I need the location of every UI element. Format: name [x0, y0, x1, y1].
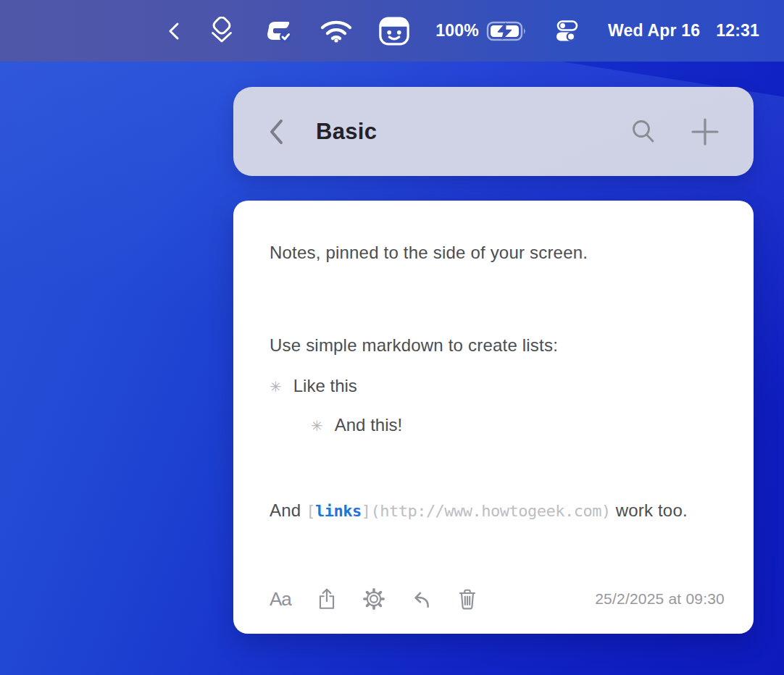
note-list-title: Basic	[316, 119, 377, 145]
note-editor[interactable]: Notes, pinned to the side of your screen…	[270, 201, 717, 527]
list-item-text: Like this	[293, 376, 357, 396]
control-center-icon[interactable]	[554, 19, 579, 43]
note-paragraph-link: And [links](http://www.howtogeek.com) wo…	[270, 495, 719, 527]
share-button[interactable]	[316, 587, 338, 611]
link-line-after: work too.	[611, 500, 688, 520]
face-app-icon[interactable]	[379, 17, 409, 46]
text-format-button[interactable]: Aa	[270, 588, 291, 611]
search-icon	[629, 117, 658, 146]
bullet-asterisk-icon: ✳	[311, 417, 323, 435]
settings-button[interactable]	[362, 587, 385, 611]
menubar-time: 12:31	[716, 21, 759, 41]
undo-button[interactable]	[410, 589, 432, 609]
menubar-chevron-left-icon[interactable]	[166, 20, 182, 42]
markdown-close-bracket: ]	[362, 502, 371, 520]
back-button[interactable]	[267, 117, 285, 146]
note-paragraph: Use simple markdown to create lists:	[270, 331, 717, 360]
bullet-asterisk-icon: ✳	[270, 378, 282, 395]
list-item-text: And this!	[335, 415, 402, 435]
markdown-link-text[interactable]: links	[315, 502, 362, 520]
note-timestamp: 25/2/2025 at 09:30	[595, 590, 725, 608]
undo-icon	[410, 589, 432, 609]
link-line-before: And	[270, 500, 306, 520]
list-item: ✳ Like this	[270, 376, 717, 396]
menubar-date: Wed Apr 16	[608, 21, 700, 41]
share-icon	[316, 587, 338, 611]
wifi-icon[interactable]	[320, 19, 353, 43]
vpn-check-icon[interactable]	[262, 17, 293, 45]
menubar-clock[interactable]: Wed Apr 16 12:31	[608, 21, 759, 41]
list-item: ✳ And this!	[270, 415, 717, 435]
layers-icon[interactable]	[208, 17, 235, 46]
menu-bar: 100% Wed Apr 16 12:31	[0, 0, 784, 62]
battery-status[interactable]: 100%	[435, 20, 528, 42]
note-titlebar: Basic	[233, 87, 754, 176]
plus-icon	[690, 117, 720, 147]
battery-percent: 100%	[435, 21, 479, 41]
trash-icon	[456, 587, 478, 611]
search-button[interactable]	[629, 117, 658, 146]
gear-icon	[362, 587, 385, 611]
back-chevron-icon	[267, 117, 285, 146]
markdown-url: (http://www.howtogeek.com)	[370, 502, 610, 520]
new-note-button[interactable]	[690, 117, 720, 147]
note-paragraph: Notes, pinned to the side of your screen…	[270, 201, 717, 267]
markdown-open-bracket: [	[306, 502, 315, 520]
note-toolbar: Aa	[270, 584, 725, 613]
note-card: Notes, pinned to the side of your screen…	[233, 201, 754, 634]
battery-charging-icon	[486, 20, 528, 42]
delete-button[interactable]	[456, 587, 478, 611]
